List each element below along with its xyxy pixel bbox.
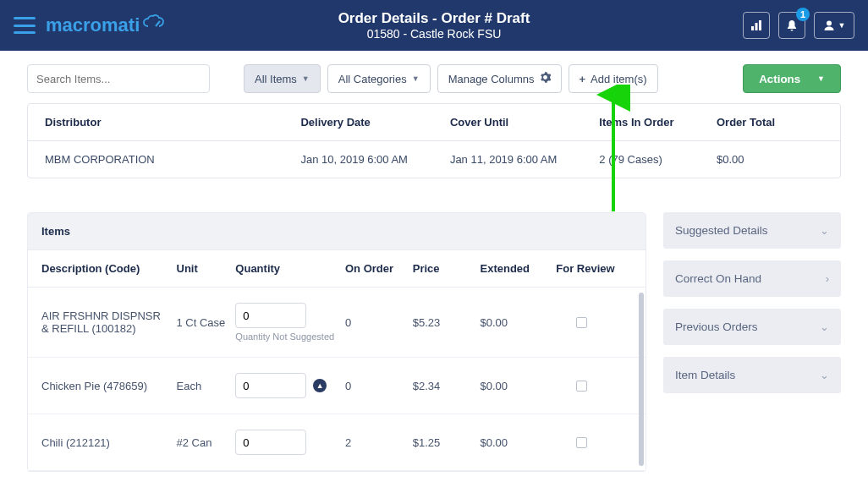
items-header-row: Description (Code) Unit Quantity On Orde…: [28, 250, 646, 288]
review-checkbox[interactable]: [576, 437, 587, 448]
quantity-note: Quantity Not Suggested: [235, 331, 345, 342]
col-description: Description (Code): [41, 262, 177, 275]
cloud-icon: [141, 14, 165, 36]
svg-point-3: [827, 21, 832, 26]
item-extended: $0.00: [481, 316, 557, 329]
brand-text-prefix: macromati: [46, 14, 140, 36]
quantity-input[interactable]: [235, 303, 306, 328]
user-menu-button[interactable]: ▼: [814, 12, 854, 39]
item-unit: Each: [177, 380, 236, 392]
distributor-value: MBM CORPORATION: [45, 153, 300, 166]
manage-columns-label: Manage Columns: [448, 73, 535, 85]
col-price: Price: [413, 262, 481, 275]
items-panel: Items Description (Code) Unit Quantity O…: [27, 212, 646, 472]
side-panels: Suggested Details ⌄ Correct On Hand › Pr…: [663, 212, 841, 472]
svg-rect-0: [751, 26, 754, 30]
scrollbar[interactable]: [639, 293, 644, 466]
all-categories-dropdown[interactable]: All Categories ▼: [327, 64, 431, 93]
item-details-panel[interactable]: Item Details ⌄: [663, 357, 841, 393]
hamburger-menu-icon[interactable]: [14, 17, 36, 34]
summary-header-row: Distributor Delivery Date Cover Until It…: [28, 104, 840, 140]
item-extended: $0.00: [481, 380, 557, 392]
toolbar: All Items ▼ All Categories ▼ Manage Colu…: [0, 51, 868, 103]
col-distributor: Distributor: [45, 116, 300, 129]
col-items-in-order: Items In Order: [599, 116, 717, 129]
all-items-label: All Items: [255, 73, 297, 85]
item-price: $5.23: [413, 316, 481, 329]
item-description: Chili (212121): [41, 436, 177, 449]
item-quantity-cell: [235, 430, 345, 455]
panel-label: Correct On Hand: [675, 272, 761, 285]
cover-until-value: Jan 11, 2019 6:00 AM: [450, 153, 599, 166]
chevron-down-icon: ⌄: [820, 320, 829, 333]
col-cover-until: Cover Until: [450, 116, 599, 129]
all-categories-label: All Categories: [338, 73, 407, 85]
col-on-order: On Order: [345, 262, 413, 275]
gear-icon: [540, 72, 551, 85]
order-total-value: $0.00: [717, 153, 823, 166]
item-extended: $0.00: [481, 436, 557, 449]
correct-on-hand-panel[interactable]: Correct On Hand ›: [663, 260, 841, 297]
item-description: Chicken Pie (478659): [41, 380, 177, 392]
actions-label: Actions: [759, 73, 800, 85]
item-on-order: 0: [345, 316, 413, 329]
order-summary-panel: Distributor Delivery Date Cover Until It…: [27, 103, 841, 178]
review-checkbox[interactable]: [576, 381, 587, 392]
caret-down-icon: ▼: [817, 74, 825, 83]
svg-rect-2: [759, 20, 761, 30]
bell-icon-button[interactable]: 1: [778, 12, 805, 39]
summary-data-row: MBM CORPORATION Jan 10, 2019 6:00 AM Jan…: [28, 140, 840, 178]
brand-logo[interactable]: macromati: [46, 14, 165, 36]
caret-down-icon: ▼: [302, 74, 310, 83]
search-input[interactable]: [27, 64, 210, 93]
col-delivery-date: Delivery Date: [300, 116, 449, 129]
caret-down-icon: ▼: [838, 21, 846, 30]
item-price: $2.34: [413, 380, 481, 392]
chevron-right-icon: ›: [826, 272, 829, 285]
table-row: AIR FRSHNR DISPNSR & REFILL (100182) 1 C…: [28, 288, 646, 358]
suggested-details-panel[interactable]: Suggested Details ⌄: [663, 212, 841, 249]
quantity-input[interactable]: [235, 430, 306, 455]
panel-label: Suggested Details: [675, 224, 768, 237]
manage-columns-button[interactable]: Manage Columns: [437, 64, 562, 93]
all-items-dropdown[interactable]: All Items ▼: [244, 64, 321, 93]
plus-icon: +: [580, 73, 586, 85]
delivery-date-value: Jan 10, 2019 6:00 AM: [300, 153, 449, 166]
col-extended: Extended: [481, 262, 557, 275]
col-order-total: Order Total: [717, 116, 823, 129]
quantity-input[interactable]: [235, 373, 306, 398]
chart-icon-button[interactable]: [743, 12, 770, 39]
chevron-down-icon: ⌄: [820, 369, 829, 381]
top-right-controls: 1 ▼: [743, 12, 854, 39]
page-title: Order Details - Order # Draft: [338, 10, 530, 27]
item-quantity-cell: Quantity Not Suggested: [235, 303, 345, 342]
item-on-order: 2: [345, 436, 413, 449]
main-content: Items Description (Code) Unit Quantity O…: [0, 212, 868, 489]
panel-label: Previous Orders: [675, 320, 758, 333]
item-description: AIR FRSHNR DISPNSR & REFILL (100182): [41, 309, 168, 335]
top-bar: macromati Order Details - Order # Draft …: [0, 0, 868, 51]
item-on-order: 0: [345, 380, 413, 392]
page-title-block: Order Details - Order # Draft 01580 - Ca…: [338, 10, 530, 41]
arrow-up-icon[interactable]: ▲: [313, 379, 327, 392]
items-title: Items: [28, 213, 646, 250]
previous-orders-panel[interactable]: Previous Orders ⌄: [663, 309, 841, 345]
notification-badge: 1: [796, 8, 810, 21]
chevron-down-icon: ⌄: [820, 224, 829, 237]
panel-label: Item Details: [675, 369, 735, 381]
col-for-review: For Review: [556, 262, 632, 275]
page-subtitle: 01580 - Castle Rock FSU: [338, 27, 530, 41]
table-row: Chili (212121) #2 Can 2 $1.25 $0.00: [28, 414, 646, 471]
item-unit: #2 Can: [177, 436, 236, 449]
svg-rect-1: [755, 23, 758, 30]
col-unit: Unit: [177, 262, 236, 275]
review-checkbox[interactable]: [576, 317, 587, 328]
add-items-label: Add item(s): [591, 73, 646, 85]
actions-button[interactable]: Actions ▼: [743, 64, 841, 93]
items-body: AIR FRSHNR DISPNSR & REFILL (100182) 1 C…: [28, 288, 646, 471]
table-row: Chicken Pie (478659) Each ▲ 0 $2.34 $0.0…: [28, 358, 646, 414]
item-price: $1.25: [413, 436, 481, 449]
items-in-order-value: 2 (79 Cases): [599, 153, 717, 166]
add-items-button[interactable]: + Add item(s): [569, 64, 658, 93]
caret-down-icon: ▼: [412, 74, 420, 83]
